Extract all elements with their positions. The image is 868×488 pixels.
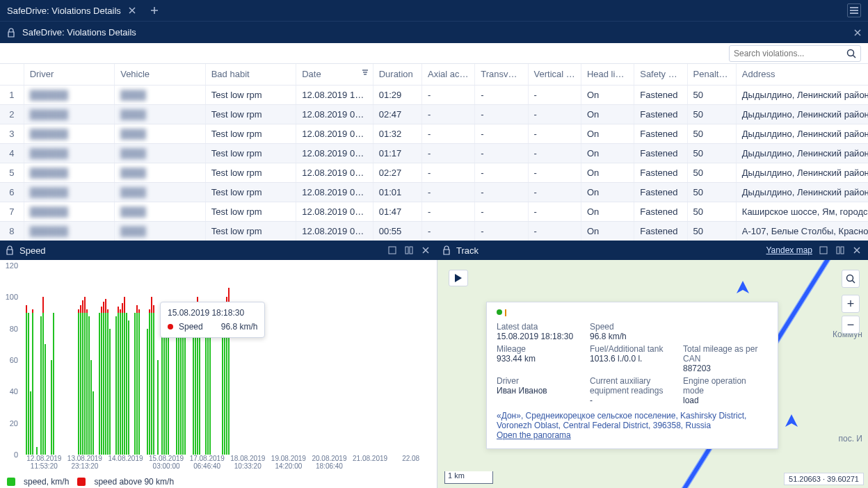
table-row[interactable]: 8██████████Test low rpm12.08.2019 05:43:… bbox=[0, 221, 868, 241]
cell-axial: - bbox=[421, 143, 474, 163]
cell-num: 2 bbox=[0, 104, 24, 124]
col-address[interactable]: Address bbox=[736, 64, 868, 85]
search-input[interactable] bbox=[734, 49, 842, 58]
table-row[interactable]: 4██████████Test low rpm12.08.2019 06:15:… bbox=[0, 143, 868, 163]
value: 887203 bbox=[683, 364, 768, 373]
cell-axial: - bbox=[421, 124, 474, 143]
search-icon[interactable] bbox=[846, 49, 856, 58]
col-transversal[interactable]: Transvers... bbox=[475, 64, 528, 85]
search-box[interactable] bbox=[729, 45, 861, 62]
cell-axial: - bbox=[421, 182, 474, 202]
speed-panel-title: Speed bbox=[19, 245, 46, 256]
cell-headlights: On bbox=[581, 124, 634, 143]
cell-vehicle: ████ bbox=[115, 163, 206, 182]
table-row[interactable]: 3██████████Test low rpm12.08.2019 06:24:… bbox=[0, 124, 868, 143]
cell-vehicle: ████ bbox=[115, 202, 206, 221]
cell-driver: ██████ bbox=[24, 143, 115, 163]
map-search-button[interactable] bbox=[842, 270, 860, 288]
map-scale: 1 km bbox=[444, 471, 493, 484]
table-row[interactable]: 6██████████Test low rpm12.08.2019 06:06:… bbox=[0, 182, 868, 202]
svg-rect-5 bbox=[837, 247, 839, 254]
label: Fuel/Additional tank bbox=[590, 344, 675, 354]
col-num[interactable] bbox=[0, 64, 24, 85]
zoom-out-button[interactable]: − bbox=[842, 316, 860, 334]
cell-vertical: - bbox=[528, 202, 581, 221]
table-header-row: Driver Vehicle Bad habit Date Duration A… bbox=[0, 64, 868, 85]
table-row[interactable]: 2██████████Test low rpm12.08.2019 09:24:… bbox=[0, 104, 868, 124]
cell-headlights: On bbox=[581, 182, 634, 202]
map-canvas[interactable]: Коммун пос. И + − Latest data15.08.2019 … bbox=[437, 260, 868, 488]
svg-marker-10 bbox=[455, 274, 462, 282]
cell-belt: Fastened bbox=[634, 202, 687, 221]
cell-penalty: 50 bbox=[687, 163, 736, 182]
value: 15.08.2019 18:18:30 bbox=[497, 332, 581, 341]
label: Driver bbox=[497, 376, 581, 386]
columns-icon[interactable] bbox=[835, 245, 846, 256]
cell-date: 12.08.2019 09:24:... bbox=[296, 104, 373, 124]
cell-duration: 01:01 bbox=[373, 182, 421, 202]
col-safety-belt[interactable]: Safety belt bbox=[634, 64, 687, 85]
add-tab-icon[interactable] bbox=[149, 5, 160, 16]
svg-point-11 bbox=[847, 275, 853, 282]
close-icon[interactable] bbox=[420, 245, 431, 256]
cell-vertical: - bbox=[528, 221, 581, 241]
col-bad-habit[interactable]: Bad habit bbox=[205, 64, 296, 85]
columns-icon[interactable] bbox=[403, 245, 415, 256]
cell-address: Каширское шоссе, Ям, городской о bbox=[736, 202, 868, 221]
map-provider-link[interactable]: Yandex map bbox=[766, 245, 813, 255]
cell-habit: Test low rpm bbox=[205, 104, 296, 124]
status-dot-icon bbox=[497, 309, 502, 315]
col-headlights[interactable]: Head lights bbox=[581, 64, 634, 85]
cell-num: 4 bbox=[0, 143, 24, 163]
track-marker-icon bbox=[737, 281, 749, 293]
cell-penalty: 50 bbox=[687, 124, 736, 143]
tab[interactable]: SafeDrive: Violations Details bbox=[0, 0, 145, 21]
cell-vehicle: ████ bbox=[115, 143, 206, 163]
value: - bbox=[590, 396, 675, 405]
col-vehicle[interactable]: Vehicle bbox=[115, 64, 206, 85]
legend-a: speed, km/h bbox=[24, 477, 69, 487]
search-row bbox=[0, 43, 868, 64]
cell-duration: 01:29 bbox=[373, 85, 421, 104]
cell-num: 6 bbox=[0, 182, 24, 202]
close-icon[interactable] bbox=[127, 5, 138, 16]
cell-address: Дыдылдино, Ленинский район, Мо bbox=[736, 104, 868, 124]
col-date[interactable]: Date bbox=[296, 64, 373, 85]
value: load bbox=[683, 396, 768, 405]
label: Speed bbox=[590, 322, 675, 332]
window-icon[interactable] bbox=[387, 245, 398, 256]
cell-transversal: - bbox=[475, 143, 528, 163]
play-button[interactable] bbox=[449, 270, 468, 286]
panel-header: SafeDrive: Violations Details bbox=[0, 21, 868, 43]
table-row[interactable]: 5██████████Test low rpm12.08.2019 06:11:… bbox=[0, 163, 868, 182]
swatch-icon bbox=[7, 478, 15, 486]
zoom-in-button[interactable]: + bbox=[842, 295, 860, 313]
cell-habit: Test low rpm bbox=[205, 202, 296, 221]
col-axial[interactable]: Axial acce... bbox=[421, 64, 474, 85]
svg-rect-4 bbox=[820, 247, 827, 254]
cell-duration: 02:47 bbox=[373, 104, 421, 124]
cell-axial: - bbox=[421, 202, 474, 221]
track-marker-icon bbox=[785, 414, 798, 427]
label: Mileage bbox=[497, 344, 581, 354]
col-duration[interactable]: Duration bbox=[373, 64, 421, 85]
close-icon[interactable] bbox=[851, 245, 862, 256]
cell-axial: - bbox=[421, 85, 474, 104]
tooltip-series: Speed bbox=[179, 322, 203, 332]
cell-belt: Fastened bbox=[634, 104, 687, 124]
window-icon[interactable] bbox=[818, 245, 829, 256]
svg-marker-9 bbox=[785, 414, 798, 427]
col-driver[interactable]: Driver bbox=[24, 64, 115, 85]
speed-chart[interactable]: 020406080100120 15.08.2019 18:18:30 Spee… bbox=[0, 260, 437, 488]
cell-vehicle: ████ bbox=[115, 124, 206, 143]
table-row[interactable]: 1██████████Test low rpm12.08.2019 11:07:… bbox=[0, 85, 868, 104]
svg-rect-1 bbox=[389, 247, 396, 254]
table-row[interactable]: 7██████████Test low rpm12.08.2019 05:59:… bbox=[0, 202, 868, 221]
col-penalty[interactable]: Penalty p... bbox=[687, 64, 736, 85]
cell-transversal: - bbox=[475, 124, 528, 143]
close-icon[interactable] bbox=[854, 29, 861, 36]
col-vertical[interactable]: Vertical a... bbox=[528, 64, 581, 85]
panorama-link[interactable]: Open the panorama bbox=[497, 430, 571, 440]
cell-address: Дыдылдино, Ленинский район, Мо bbox=[736, 143, 868, 163]
menu-icon[interactable] bbox=[847, 3, 861, 17]
